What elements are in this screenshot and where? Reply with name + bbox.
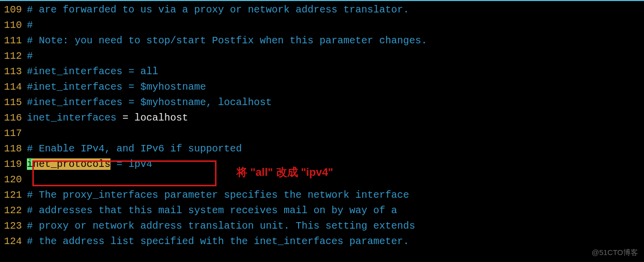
code-line: 112# <box>0 48 644 64</box>
code-editor[interactable]: 109# are forwarded to us via a proxy or … <box>0 1 644 249</box>
line-number: 114 <box>0 79 27 95</box>
code-line: 116inet_interfaces = localhost <box>0 110 644 126</box>
code-content: inet_protocols = ipv4 <box>27 156 644 172</box>
code-content: # <box>27 17 644 33</box>
code-content: inet_interfaces = localhost <box>27 110 644 126</box>
code-line: 110# <box>0 17 644 33</box>
code-line: 121# The proxy_interfaces parameter spec… <box>0 187 644 203</box>
code-content: # <box>27 48 644 64</box>
code-line: 117 <box>0 126 644 141</box>
code-content: # proxy or network address translation u… <box>27 218 644 234</box>
line-number: 111 <box>0 33 27 48</box>
line-number: 121 <box>0 187 27 203</box>
code-content: # addresses that this mail system receiv… <box>27 203 644 218</box>
code-line: 120 <box>0 172 644 187</box>
code-content: #inet_interfaces = all <box>27 64 644 79</box>
line-number: 112 <box>0 48 27 64</box>
code-content: #inet_interfaces = $myhostname, localhos… <box>27 95 644 110</box>
code-line: 119inet_protocols = ipv4 <box>0 156 644 172</box>
code-line: 118# Enable IPv4, and IPv6 if supported <box>0 141 644 156</box>
code-content: #inet_interfaces = $myhostname <box>27 79 644 95</box>
search-highlight: net_protocols <box>33 158 110 170</box>
line-number: 113 <box>0 64 27 79</box>
code-line: 113#inet_interfaces = all <box>0 64 644 79</box>
line-number: 124 <box>0 234 27 249</box>
code-line: 114#inet_interfaces = $myhostname <box>0 79 644 95</box>
line-number: 119 <box>0 156 27 172</box>
line-number: 122 <box>0 203 27 218</box>
code-content: # the address list specified with the in… <box>27 234 644 249</box>
line-number: 115 <box>0 95 27 110</box>
code-line: 124# the address list specified with the… <box>0 234 644 249</box>
line-number: 123 <box>0 218 27 234</box>
code-line: 123# proxy or network address translatio… <box>0 218 644 234</box>
line-number: 120 <box>0 172 27 187</box>
code-line: 115#inet_interfaces = $myhostname, local… <box>0 95 644 110</box>
code-content: # Note: you need to stop/start Postfix w… <box>27 33 644 48</box>
code-line: 111# Note: you need to stop/start Postfi… <box>0 33 644 48</box>
line-number: 110 <box>0 17 27 33</box>
line-number: 117 <box>0 126 27 141</box>
code-line: 109# are forwarded to us via a proxy or … <box>0 2 644 17</box>
line-number: 118 <box>0 141 27 156</box>
code-content: # Enable IPv4, and IPv6 if supported <box>27 141 644 156</box>
cursor-position: i <box>27 158 33 170</box>
line-number: 116 <box>0 110 27 126</box>
line-number: 109 <box>0 2 27 17</box>
code-content: # are forwarded to us via a proxy or net… <box>27 2 644 17</box>
code-content: # The proxy_interfaces parameter specifi… <box>27 187 644 203</box>
code-line: 122# addresses that this mail system rec… <box>0 203 644 218</box>
